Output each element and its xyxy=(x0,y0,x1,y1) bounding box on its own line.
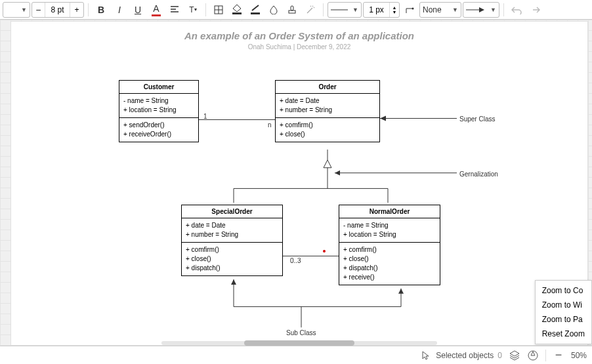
label-generalization: Gernalization xyxy=(459,171,498,178)
separator xyxy=(205,3,206,16)
connectors xyxy=(11,21,588,346)
line-start-label: None xyxy=(423,5,442,14)
class-order-attrs: + date = Date + number = String xyxy=(276,94,379,118)
separator xyxy=(323,3,324,16)
class-customer-ops: + sendOrder() + receiveOrder() xyxy=(119,118,198,142)
font-size-increase[interactable]: + xyxy=(70,3,83,17)
svg-rect-1 xyxy=(289,10,295,13)
align-button[interactable] xyxy=(166,2,183,18)
scrollbar-thumb[interactable] xyxy=(244,340,354,346)
selected-objects-label: Selected objects xyxy=(436,351,494,360)
class-normalorder[interactable]: NormalOrder - name = String + location =… xyxy=(339,205,440,285)
underline-button[interactable]: U xyxy=(129,2,146,18)
line-width-stepper[interactable]: 1 px ▲▼ xyxy=(363,2,400,18)
svg-rect-2 xyxy=(291,6,293,10)
zoom-menu-content[interactable]: Zoom to Co xyxy=(536,283,591,298)
class-customer-name: Customer xyxy=(119,81,198,94)
horizontal-scrollbar[interactable] xyxy=(161,339,437,346)
font-size-stepper[interactable]: – 8 pt + xyxy=(32,2,84,18)
text-type-button[interactable]: T▾ xyxy=(184,2,201,18)
warning-dot-icon xyxy=(323,250,326,253)
line-end-select[interactable]: ▼ xyxy=(463,2,499,18)
zoom-menu-reset[interactable]: Reset Zoom xyxy=(536,327,591,341)
line-start-select[interactable]: None ▼ xyxy=(419,2,461,18)
zoom-value[interactable]: 50% xyxy=(571,351,587,360)
line-style-select[interactable]: ▼ xyxy=(328,2,362,18)
canvas[interactable]: An example of an Order System of an appl… xyxy=(0,20,592,346)
font-color-letter: A xyxy=(153,3,159,14)
fill-color-swatch xyxy=(232,12,242,14)
label-sub-class: Sub Class xyxy=(286,329,316,336)
magic-button[interactable] xyxy=(302,2,319,18)
zoom-select[interactable]: ▼ xyxy=(3,2,30,18)
bold-button[interactable]: B xyxy=(93,2,110,18)
class-normal-attrs: - name = String + location = String xyxy=(339,218,440,243)
italic-button[interactable]: I xyxy=(111,2,128,18)
class-special-ops: + comfirm() + close() + dispatch() xyxy=(182,243,282,275)
selected-objects-chip[interactable]: Selected objects 0 xyxy=(420,350,502,361)
font-size-value[interactable]: 8 pt xyxy=(45,3,70,17)
layers-icon[interactable] xyxy=(509,350,520,361)
undo-button[interactable] xyxy=(508,2,525,18)
class-normal-ops: + comfirm() + close() + dispatch() + rec… xyxy=(339,243,440,285)
stamp-button[interactable] xyxy=(284,2,301,18)
chevron-down-icon: ▼ xyxy=(21,7,27,13)
line-color-button[interactable] xyxy=(247,2,264,18)
class-order[interactable]: Order + date = Date + number = String + … xyxy=(275,80,380,142)
chevron-down-icon: ▼ xyxy=(452,7,458,13)
class-customer-attrs: - name = String + location = String xyxy=(119,94,198,118)
label-super-class: Super Class xyxy=(459,115,495,123)
line-color-swatch xyxy=(251,12,260,14)
cursor-icon xyxy=(420,350,432,361)
zoom-menu: Zoom to Co Zoom to Wi Zoom to Pa Reset Z… xyxy=(535,280,592,344)
line-width-spinner[interactable]: ▲▼ xyxy=(390,3,399,17)
multiplicity-n: n xyxy=(268,121,272,129)
font-size-decrease[interactable]: – xyxy=(32,3,45,17)
svg-point-4 xyxy=(412,7,414,9)
class-specialorder[interactable]: SpecialOrder + date = Date + number = St… xyxy=(181,205,283,276)
fill-color-button[interactable] xyxy=(228,2,245,18)
line-width-value[interactable]: 1 px xyxy=(364,3,390,17)
chevron-down-icon: ▼ xyxy=(352,7,358,13)
chevron-down-icon: ▼ xyxy=(490,7,496,13)
separator xyxy=(503,3,504,16)
class-order-ops: + comfirm() + close() xyxy=(276,118,379,142)
selected-objects-count: 0 xyxy=(497,351,502,360)
anchor-icon[interactable] xyxy=(527,350,539,361)
separator xyxy=(88,3,89,16)
multiplicity-03: 0..3 xyxy=(290,257,301,264)
font-color-swatch xyxy=(152,14,161,16)
zoom-menu-width[interactable]: Zoom to Wi xyxy=(536,298,591,312)
class-normal-name: NormalOrder xyxy=(339,205,440,218)
page[interactable]: An example of an Order System of an appl… xyxy=(11,21,588,346)
redo-button[interactable] xyxy=(526,2,543,18)
class-customer[interactable]: Customer - name = String + location = St… xyxy=(119,80,199,142)
class-special-name: SpecialOrder xyxy=(182,205,282,218)
class-order-name: Order xyxy=(276,81,379,94)
shape-insert-button[interactable] xyxy=(210,2,227,18)
class-special-attrs: + date = Date + number = String xyxy=(182,218,282,243)
opacity-button[interactable] xyxy=(265,2,282,18)
font-color-button[interactable]: A xyxy=(148,2,165,18)
toolbar: ▼ – 8 pt + B I U A T▾ ▼ 1 px xyxy=(0,0,592,20)
zoom-out-button[interactable]: − xyxy=(553,350,564,361)
connector-type-button[interactable] xyxy=(401,2,418,18)
zoom-menu-page[interactable]: Zoom to Pa xyxy=(536,312,591,327)
multiplicity-one: 1 xyxy=(203,113,207,120)
separator xyxy=(545,350,546,361)
status-bar: Selected objects 0 − 50% xyxy=(0,346,592,364)
